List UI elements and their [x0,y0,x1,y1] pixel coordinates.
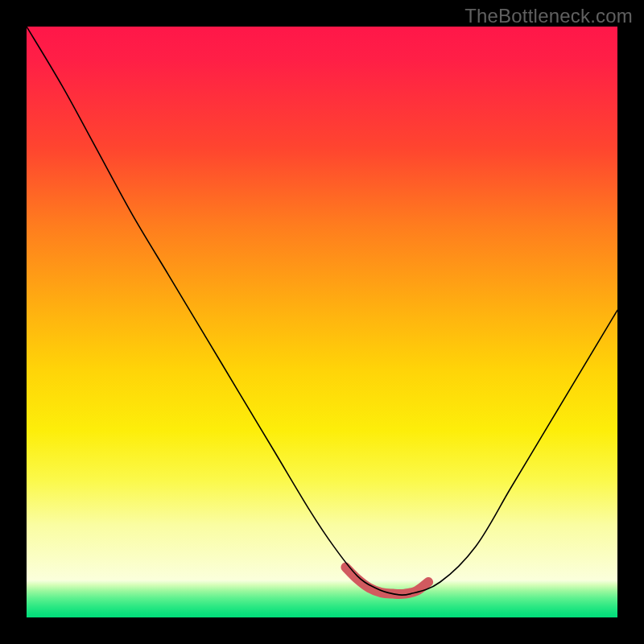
optimal-highlight [345,568,428,594]
curve-svg [27,27,617,617]
plot-area [27,27,617,617]
bottleneck-curve [27,27,617,595]
chart-frame: TheBottleneck.com [0,0,644,644]
watermark-text: TheBottleneck.com [464,5,633,27]
